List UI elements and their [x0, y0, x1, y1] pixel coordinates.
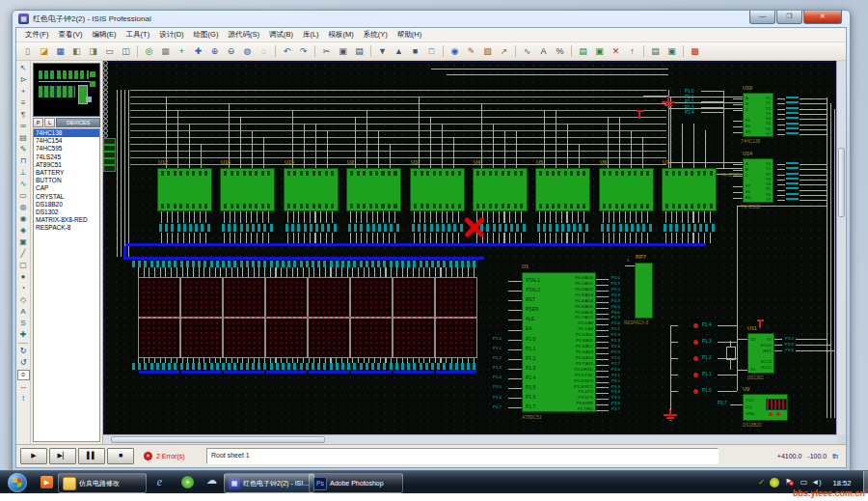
- device-list-item[interactable]: RESPACK-8: [34, 224, 99, 232]
- error-count[interactable]: 2 Error(s): [156, 453, 206, 459]
- netlist-to-ares-icon[interactable]: ▩: [688, 44, 702, 58]
- generator-mode-icon[interactable]: ◍: [17, 202, 29, 213]
- new-file-icon[interactable]: ▯: [20, 44, 35, 58]
- zoom-all-icon[interactable]: ◍: [240, 44, 255, 58]
- close-button[interactable]: ✕: [803, 11, 842, 24]
- device-list-item[interactable]: MATRIX-8X8-RED: [34, 216, 99, 224]
- property-assignment-tool-icon[interactable]: %: [553, 44, 567, 58]
- cut-icon[interactable]: ✂: [319, 44, 334, 58]
- display-switch-icon[interactable]: ▭: [799, 477, 809, 487]
- zoom-area-icon[interactable]: ◌: [257, 44, 271, 58]
- led-matrix-module[interactable]: [223, 318, 265, 358]
- graph-mode-icon[interactable]: ∿: [17, 179, 29, 190]
- device-list-item[interactable]: 74HC154: [34, 137, 99, 145]
- led-matrix-module[interactable]: [350, 277, 393, 318]
- menu-item-0[interactable]: 文件(F): [20, 30, 54, 40]
- print-icon[interactable]: ▭: [102, 44, 117, 58]
- menu-item-1[interactable]: 查看(V): [54, 30, 88, 40]
- electrical-rule-check-icon[interactable]: ▣: [665, 44, 679, 58]
- speaker-icon[interactable]: ◄): [811, 477, 822, 487]
- push-button[interactable]: [103, 152, 116, 158]
- 2d-line-mode-icon[interactable]: ╱: [17, 248, 29, 260]
- vertical-scrollbar-thumb[interactable]: [838, 148, 845, 217]
- toggle-grid-icon[interactable]: ▦: [158, 44, 173, 58]
- shift-register-U5[interactable]: [535, 168, 590, 211]
- 2d-arc-mode-icon[interactable]: ◔: [17, 283, 29, 294]
- selection-pointer-icon[interactable]: ↖: [17, 63, 29, 74]
- 2d-symbol-mode-icon[interactable]: S: [17, 318, 29, 329]
- shift-register-U12[interactable]: [157, 168, 212, 211]
- menu-item-4[interactable]: 设计(D): [154, 30, 188, 40]
- device-list-item[interactable]: 74HC138: [34, 129, 99, 137]
- block-copy-icon[interactable]: ▼: [375, 44, 390, 58]
- error-indicator-icon[interactable]: ✕: [144, 452, 152, 460]
- simulate-step-button[interactable]: ▶▏: [49, 448, 76, 464]
- cloud-icon[interactable]: ☁: [206, 475, 217, 486]
- zoom-in-icon[interactable]: ⊕: [207, 44, 222, 58]
- menu-item-7[interactable]: 调试(B): [264, 30, 298, 40]
- horizontal-scrollbar[interactable]: [103, 434, 837, 444]
- minimize-button[interactable]: —: [749, 11, 775, 24]
- horizontal-scrollbar-thumb[interactable]: [111, 436, 325, 443]
- virtual-instruments-mode-icon[interactable]: ▣: [17, 237, 29, 248]
- menu-item-2[interactable]: 编辑(E): [88, 30, 122, 40]
- title-bar[interactable]: ▦ 红色电子钟2(2) - ISIS Professional: [13, 11, 850, 27]
- undo-icon[interactable]: ↶: [280, 44, 294, 58]
- rotate-clockwise-icon[interactable]: ↻: [17, 346, 29, 357]
- antivirus-icon[interactable]: +: [181, 476, 194, 488]
- junction-dot-mode-icon[interactable]: +: [17, 86, 29, 97]
- new-root-sheet-icon[interactable]: ▣: [592, 44, 607, 58]
- remove-sheet-icon[interactable]: ✕: [609, 44, 623, 58]
- media-player-icon[interactable]: ▶: [41, 476, 53, 488]
- simulate-play-button[interactable]: ▶: [20, 448, 47, 464]
- zoom-out-icon[interactable]: ⊖: [224, 44, 238, 58]
- block-move-icon[interactable]: ▲: [392, 44, 406, 58]
- rotation-angle-input[interactable]: 0: [17, 370, 30, 380]
- packaging-tool-icon[interactable]: ▧: [480, 44, 495, 58]
- push-button[interactable]: [103, 145, 116, 152]
- device-list-item[interactable]: 74HC595: [34, 145, 99, 153]
- design-explorer-icon[interactable]: ▤: [576, 44, 590, 58]
- redo-icon[interactable]: ↷: [296, 44, 311, 58]
- 2d-circle-mode-icon[interactable]: ●: [17, 271, 29, 283]
- led-matrix-module[interactable]: [308, 277, 350, 318]
- taskbar-folder-app[interactable]: 仿真电路修改: [58, 473, 147, 493]
- menu-item-3[interactable]: 工具(T): [122, 30, 155, 40]
- device-pins-mode-icon[interactable]: ⊥: [17, 167, 29, 179]
- led-matrix-module[interactable]: [435, 277, 477, 318]
- vertical-scrollbar[interactable]: [836, 61, 846, 435]
- device-list-item[interactable]: 74LS245: [34, 153, 99, 161]
- goto-parent-sheet-icon[interactable]: ↑: [625, 44, 639, 58]
- buses-mode-icon[interactable]: ═: [17, 121, 29, 132]
- wire-label-mode-icon[interactable]: ≡: [17, 97, 29, 109]
- export-section-icon[interactable]: ◨: [86, 44, 100, 58]
- push-button[interactable]: [103, 138, 116, 145]
- menu-item-9[interactable]: 模板(M): [324, 30, 359, 40]
- save-file-icon[interactable]: ▦: [53, 44, 68, 58]
- shift-register-U2[interactable]: [346, 168, 401, 211]
- device-list-item[interactable]: CAP: [34, 184, 99, 192]
- mark-output-area-icon[interactable]: ◫: [119, 44, 133, 58]
- simulate-stop-button[interactable]: ■: [107, 448, 134, 464]
- led-matrix-module[interactable]: [180, 277, 223, 318]
- menu-item-11[interactable]: 帮助(H): [393, 30, 426, 40]
- text-script-mode-icon[interactable]: ¶: [17, 109, 29, 121]
- 2d-marker-mode-icon[interactable]: ✚: [17, 329, 29, 341]
- library-manager-button[interactable]: L: [44, 118, 55, 127]
- device-list-item[interactable]: BATTERY: [34, 169, 99, 177]
- ie-browser-icon[interactable]: e: [152, 475, 167, 489]
- optimizer-orb-icon[interactable]: [770, 478, 779, 487]
- menu-item-10[interactable]: 系统(Y): [359, 30, 393, 40]
- component-mode-icon[interactable]: ⊳: [17, 74, 29, 86]
- rotate-anticlockwise-icon[interactable]: ↺: [17, 357, 29, 369]
- push-button[interactable]: [103, 165, 116, 172]
- copy-icon[interactable]: ▣: [336, 44, 350, 58]
- led-matrix-module[interactable]: [435, 318, 477, 358]
- open-file-icon[interactable]: ◪: [37, 44, 51, 58]
- taskbar-isis-app[interactable]: ▦ 红色电子钟2(2) - ISI...: [224, 473, 314, 493]
- shift-register-U4[interactable]: [473, 168, 528, 211]
- flip-horizontal-icon[interactable]: ↔: [17, 381, 29, 393]
- center-at-cursor-icon[interactable]: ✚: [191, 44, 205, 58]
- taskbar-clock[interactable]: 18:52: [826, 478, 858, 488]
- led-matrix-module[interactable]: [308, 318, 350, 358]
